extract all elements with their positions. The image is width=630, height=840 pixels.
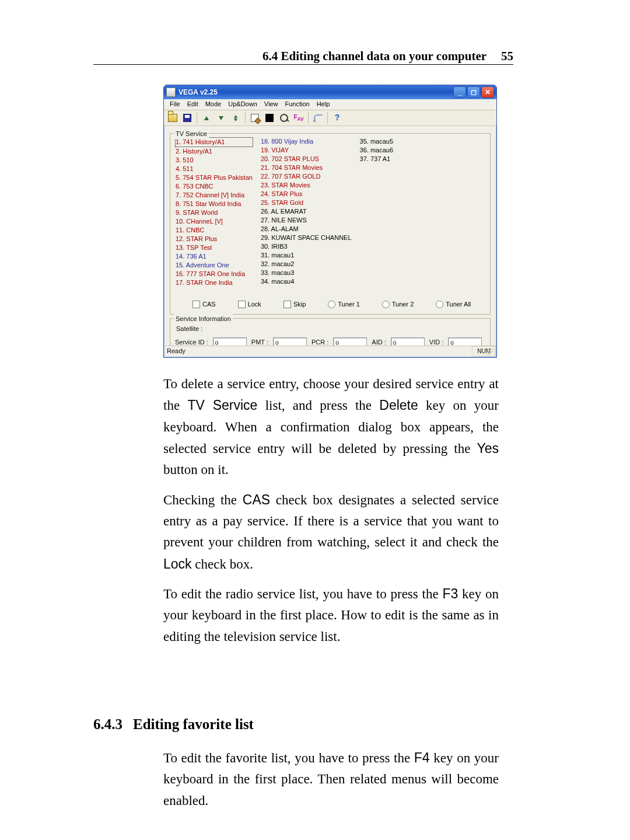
tv-service-list[interactable]: 1. 741 History/A12. History/A13. 5104. 5… [175,137,485,295]
edit-button[interactable] [249,111,261,124]
lock-checkbox[interactable]: Lock [238,299,261,309]
tv-service-item[interactable]: 16. 777 STAR One India [175,270,253,278]
tv-service-item[interactable]: 37. 737 A1 [359,155,394,163]
tv-service-item[interactable]: 35. macau5 [359,137,394,146]
tv-service-item[interactable]: 12. STAR Plus [175,235,253,243]
tuner1-radio[interactable]: Tuner 1 [328,299,360,309]
tv-service-item[interactable]: 27. NILE NEWS [260,216,352,225]
maximize-button[interactable]: ◻ [467,86,480,98]
checkbox-icon [284,301,291,308]
tv-service-item[interactable]: 24. STAR Plus [260,190,352,198]
tv-service-item[interactable]: 3. 510 [175,156,253,165]
section-heading: 6.4.3Editing favorite list [93,713,254,736]
cas-label: CAS [202,299,216,309]
tv-service-item[interactable]: 36. macau6 [359,146,394,155]
tv-service-item[interactable]: 18. 800 Vijay India [260,137,352,146]
tv-service-item[interactable]: 11. CNBC [175,226,253,235]
tv-service-column: 35. macau536. macau637. 737 A1 [359,137,394,295]
running-head-text: 6.4 Editing channel data on your compute… [262,49,487,63]
running-head: 6.4 Editing channel data on your compute… [262,47,513,66]
vega-screenshot: VEGA v2.25 _ ◻ ✕ File Edit Mode Up&Down … [163,85,496,357]
cas-checkbox[interactable]: CAS [192,299,216,309]
tv-service-item[interactable]: 29. KUWAIT SPACE CHANNEL [260,233,352,242]
search-icon [280,114,288,122]
menu-bar: File Edit Mode Up&Down View Function Hel… [164,99,496,110]
tv-service-item[interactable]: 2. History/A1 [175,147,253,156]
toolbar-separator [245,112,246,124]
tv-service-item[interactable]: 5. 754 STAR Plus Pakistan [175,173,253,182]
radio-icon [436,301,443,308]
tv-service-item[interactable]: 14. 736 A1 [175,252,253,261]
tv-service-item[interactable]: 33. macau3 [260,269,352,277]
resize-grip-icon[interactable] [488,348,496,357]
tv-service-item[interactable]: 10. CHanneL [V] [175,217,253,226]
tv-service-groupbox: TV Service 1. 741 History/A12. History/A… [170,133,491,315]
fav-button[interactable]: FAV [292,111,305,124]
tv-service-item[interactable]: 13. TSP Test [175,243,253,252]
tv-service-item[interactable]: 6. 753 CNBC [175,182,253,191]
menu-updown[interactable]: Up&Down [225,99,261,109]
tv-service-item[interactable]: 23. STAR Movies [260,181,352,190]
tv-service-item[interactable]: 32. macau2 [260,260,352,269]
radio-icon [382,301,390,308]
close-button[interactable]: ✕ [481,86,494,98]
paragraph-radio: To edit the radio service list, you have… [163,583,499,647]
tv-service-item[interactable]: 19. VIJAY [260,146,352,155]
menu-help[interactable]: Help [313,99,334,109]
menu-function[interactable]: Function [281,99,313,109]
folder-open-icon [168,114,177,122]
tv-service-item[interactable]: 22. 707 STAR GOLD [260,172,352,181]
toolbar-separator [327,112,328,124]
tv-service-item[interactable]: 21. 704 STAR Movies [260,163,352,172]
tv-service-item[interactable]: 34. macau4 [260,277,352,286]
page-number: 55 [501,47,513,66]
radio-icon [328,301,335,308]
paragraph-cas: Checking the CAS check box designates a … [163,489,499,575]
tv-service-item[interactable]: 8. 751 Star World India [175,200,253,208]
paragraph-favorite: To edit the favorite list, you have to p… [163,747,499,811]
tuner-all-radio[interactable]: Tuner All [436,299,471,309]
tv-service-item[interactable]: 28. AL-ALAM [260,225,352,233]
tv-service-item[interactable]: 15. Adventure One [175,261,253,270]
tv-service-item[interactable]: 9. STAR World [175,208,253,217]
open-button[interactable] [166,111,179,124]
minimize-icon: _ [458,89,462,96]
tv-service-item[interactable]: 31. macau1 [260,251,352,260]
menu-edit[interactable]: Edit [184,99,202,109]
window-title: VEGA v2.25 [178,87,218,98]
tv-service-legend: TV Service [174,129,209,139]
swap-arrows-icon [234,115,237,121]
tuner2-radio[interactable]: Tuner 2 [382,299,414,309]
tv-service-item[interactable]: 7. 752 Channel [V] India [175,191,253,200]
tv-service-item[interactable]: 30. IRIB3 [260,242,352,251]
skip-checkbox[interactable]: Skip [284,299,306,309]
save-button[interactable] [181,111,194,124]
toolbar-separator [197,112,197,124]
fav-icon: FAV [293,113,303,123]
section-number: 6.4.3 [93,713,123,736]
minimize-button[interactable]: _ [453,86,466,98]
checkbox-icon [238,301,246,308]
title-bar[interactable]: VEGA v2.25 _ ◻ ✕ [164,85,496,99]
undo-button[interactable] [312,111,324,124]
upload-button[interactable] [200,111,213,124]
help-button[interactable]: ? [331,111,344,124]
download-button[interactable] [215,111,228,124]
swap-button[interactable] [229,111,242,124]
tv-service-item[interactable]: 17. STAR One India [175,278,253,287]
tv-service-item[interactable]: 20. 702 STAR PLUS [260,155,352,163]
menu-mode[interactable]: Mode [202,99,225,109]
maximize-icon: ◻ [471,89,477,96]
stop-button[interactable] [263,111,276,124]
menu-view[interactable]: View [261,99,282,109]
find-button[interactable] [278,111,290,124]
skip-label: Skip [293,299,306,309]
edit-icon [251,114,259,122]
menu-file[interactable]: File [166,99,184,109]
tv-service-item[interactable]: 26. AL EMARAT [260,207,352,216]
body-text-2: To edit the favorite list, you have to p… [163,747,499,820]
tv-service-item[interactable]: 25. STAR Gold [260,198,352,207]
tv-service-column: 1. 741 History/A12. History/A13. 5104. 5… [175,137,253,295]
tv-service-item[interactable]: 4. 511 [175,165,253,173]
section-title: Editing favorite list [133,716,254,732]
